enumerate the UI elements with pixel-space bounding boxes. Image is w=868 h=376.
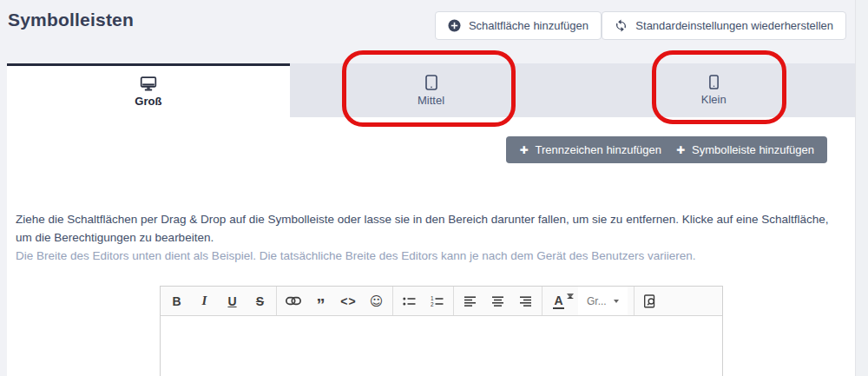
preview-icon xyxy=(643,294,657,308)
tab-mittel-label: Mittel xyxy=(418,94,444,107)
add-button-button[interactable]: Schaltfläche hinzufügen xyxy=(435,11,602,40)
bullet-list-button[interactable] xyxy=(399,291,419,312)
add-separator-label: Trennzeichen hinzufügen xyxy=(535,143,661,156)
toolbar-group-align xyxy=(454,287,542,315)
editor-preview: B I U S ” <> ☺ xyxy=(160,286,723,376)
toolbar-group-preview xyxy=(635,287,722,315)
toolbar-group-color-size: A Gr... xyxy=(542,287,635,315)
text-color-label: A xyxy=(553,294,563,309)
strikethrough-button[interactable]: S xyxy=(250,291,270,312)
align-left-button[interactable] xyxy=(460,291,480,312)
desktop-icon xyxy=(140,76,157,91)
phone-icon xyxy=(709,75,719,89)
toolbar-group-lists: 1 2 xyxy=(393,287,454,315)
add-separator-button[interactable]: ✚ Trennzeichen hinzufügen xyxy=(506,136,674,163)
vertical-scrollbar[interactable] xyxy=(855,0,868,376)
restore-defaults-label: Standardeinstellungen wiederherstellen xyxy=(635,19,833,32)
align-center-button[interactable] xyxy=(488,291,508,312)
tablet-icon xyxy=(425,75,437,90)
editor-content-area[interactable] xyxy=(161,316,722,376)
link-button[interactable] xyxy=(283,291,303,312)
align-left-icon xyxy=(464,296,477,307)
preview-button[interactable] xyxy=(641,291,661,312)
numbered-list-button[interactable]: 1 2 xyxy=(427,291,447,312)
bullet-list-icon xyxy=(403,296,416,307)
chevron-down-icon xyxy=(567,294,574,299)
size-combo-label: Gr... xyxy=(587,295,607,307)
device-size-tabs: Groß Mittel Klein xyxy=(7,63,855,117)
page-title: Symbolleisten xyxy=(8,10,134,30)
toolbars-settings-page: Symbolleisten Schaltfläche hinzufügen St… xyxy=(0,0,868,376)
underline-label: U xyxy=(227,294,236,308)
refresh-icon xyxy=(615,19,628,32)
blockquote-button[interactable]: ” xyxy=(311,291,331,312)
add-toolbar-label: Symbolleiste hinzufügen xyxy=(692,143,814,156)
italic-button[interactable]: I xyxy=(194,291,214,312)
text-color-button[interactable]: A xyxy=(549,291,569,312)
plus-icon: ✚ xyxy=(676,145,685,155)
link-icon xyxy=(286,296,301,306)
toolbar-group-insert: ” <> ☺ xyxy=(277,287,393,315)
smiley-button[interactable]: ☺ xyxy=(366,291,386,312)
align-right-button[interactable] xyxy=(516,291,536,312)
tab-gross[interactable]: Groß xyxy=(7,63,290,117)
underline-button[interactable]: U xyxy=(222,291,242,312)
restore-defaults-button[interactable]: Standardeinstellungen wiederherstellen xyxy=(602,11,846,40)
code-button[interactable]: <> xyxy=(339,291,358,312)
editor-toolbar: B I U S ” <> ☺ xyxy=(161,287,722,316)
add-button-label: Schaltfläche hinzufügen xyxy=(469,19,589,32)
editor-width-note: Die Breite des Editors unten dient als B… xyxy=(16,247,838,265)
plus-circle-icon xyxy=(448,19,461,32)
add-toolbar-button[interactable]: ✚ Symbolleiste hinzufügen xyxy=(663,136,827,163)
strikethrough-label: S xyxy=(256,294,264,308)
toolbar-group-basicstyles: B I U S xyxy=(161,287,277,315)
drag-drop-hint: Ziehe die Schaltflächen per Drag & Drop … xyxy=(16,210,838,247)
numbered-list-icon: 1 2 xyxy=(431,296,444,307)
description-block: Ziehe die Schaltflächen per Drag & Drop … xyxy=(16,210,838,265)
bold-button[interactable]: B xyxy=(167,291,187,312)
chevron-down-icon xyxy=(614,300,619,303)
tab-gross-label: Groß xyxy=(135,95,161,108)
svg-text:2: 2 xyxy=(431,300,434,306)
tab-klein[interactable]: Klein xyxy=(572,63,855,117)
plus-icon: ✚ xyxy=(519,145,528,155)
align-right-icon xyxy=(520,296,532,307)
tab-klein-label: Klein xyxy=(701,93,727,106)
tab-mittel[interactable]: Mittel xyxy=(290,63,573,117)
align-center-icon xyxy=(492,296,504,307)
size-combo-dropdown[interactable]: Gr... xyxy=(578,287,628,315)
